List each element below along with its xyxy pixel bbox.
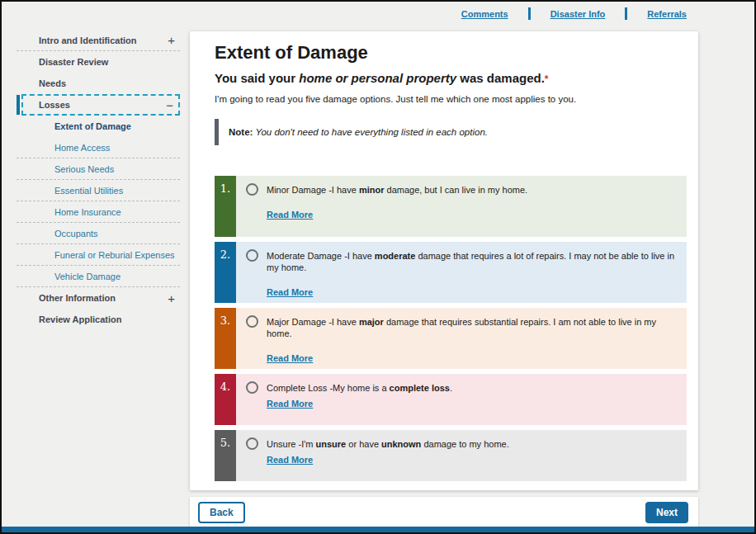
subtitle-text: was damaged. bbox=[456, 71, 545, 85]
sidebar-item-label: Other Information bbox=[39, 293, 116, 303]
sidebar-item-losses-wrap: Losses − bbox=[17, 94, 180, 116]
sidebar-item-losses[interactable]: Losses − bbox=[21, 94, 180, 116]
note-text: You don't need to have everything listed… bbox=[253, 127, 488, 137]
sidebar-subitem-label: Essential Utilities bbox=[54, 186, 123, 196]
sidebar-subitem-label: Extent of Damage bbox=[54, 121, 131, 131]
sidebar-subitem-serious-needs[interactable]: Serious Needs bbox=[17, 158, 180, 180]
main-content-card: Extent of Damage You said your home or p… bbox=[190, 31, 698, 490]
required-asterisk: * bbox=[545, 73, 549, 85]
sidebar-item-other-information[interactable]: Other Information + bbox=[17, 287, 180, 309]
option-label: Complete Loss -My home is a complete los… bbox=[267, 382, 452, 394]
option-row-moderate-damage: 2. Moderate Damage -I have moderate dama… bbox=[215, 242, 687, 303]
read-more-link[interactable]: Read More bbox=[267, 210, 313, 220]
active-section-bar bbox=[17, 95, 20, 115]
page-title: Extent of Damage bbox=[215, 41, 687, 64]
sidebar-item-review-application[interactable]: Review Application bbox=[17, 309, 180, 330]
read-more-link[interactable]: Read More bbox=[267, 455, 313, 465]
sidebar-subitem-label: Vehicle Damage bbox=[54, 272, 120, 281]
sidebar-subitem-occupants[interactable]: Occupants bbox=[17, 223, 180, 244]
radio-button-unsure[interactable] bbox=[246, 437, 258, 450]
damage-options-list: 1. Minor Damage -I have minor damage, bu… bbox=[215, 176, 687, 481]
sidebar-item-label: Losses bbox=[39, 100, 70, 110]
expand-icon[interactable]: + bbox=[168, 34, 175, 46]
sidebar-subitem-label: Serious Needs bbox=[54, 164, 114, 174]
sidebar-item-label: Disaster Review bbox=[39, 57, 108, 67]
option-content: Major Damage -I have major damage that r… bbox=[236, 308, 687, 369]
option-number-badge: 4. bbox=[215, 374, 236, 425]
option-row-complete-loss: 4. Complete Loss -My home is a complete … bbox=[215, 374, 687, 425]
option-content: Minor Damage -I have minor damage, but I… bbox=[236, 176, 687, 237]
option-number-badge: 1. bbox=[215, 176, 236, 237]
sidebar-subitem-home-access[interactable]: Home Access bbox=[17, 137, 180, 158]
radio-button-minor-damage[interactable] bbox=[246, 183, 258, 196]
note-box: Note: You don't need to have everything … bbox=[215, 119, 687, 145]
nav-link-referrals[interactable]: Referrals bbox=[647, 9, 687, 19]
note-label: Note: bbox=[229, 127, 253, 137]
option-row-unsure: 5. Unsure -I'm unsure or have unknown da… bbox=[215, 430, 687, 481]
option-number-badge: 2. bbox=[215, 242, 236, 303]
sidebar-item-needs[interactable]: Needs bbox=[17, 73, 180, 94]
option-content: Unsure -I'm unsure or have unknown damag… bbox=[236, 430, 687, 481]
nav-separator bbox=[528, 7, 531, 20]
sidebar-subitem-essential-utilities[interactable]: Essential Utilities bbox=[17, 180, 180, 201]
radio-button-complete-loss[interactable] bbox=[246, 381, 258, 394]
sidebar-nav: Intro and Identification + Disaster Revi… bbox=[17, 30, 180, 330]
read-more-link[interactable]: Read More bbox=[267, 287, 313, 297]
sidebar-subitem-label: Funeral or Reburial Expenses bbox=[54, 250, 175, 260]
option-row-major-damage: 3. Major Damage -I have major damage tha… bbox=[215, 308, 687, 369]
option-label: Major Damage -I have major damage that r… bbox=[267, 316, 675, 339]
bottom-accent-bar bbox=[2, 527, 754, 532]
sidebar-subitem-label: Home Insurance bbox=[54, 207, 121, 217]
sidebar-subitem-vehicle-damage[interactable]: Vehicle Damage bbox=[17, 266, 180, 287]
option-label: Minor Damage -I have minor damage, but I… bbox=[267, 184, 527, 196]
option-row-minor-damage: 1. Minor Damage -I have minor damage, bu… bbox=[215, 176, 687, 237]
nav-separator bbox=[625, 7, 627, 20]
next-button[interactable]: Next bbox=[645, 502, 688, 523]
radio-button-major-damage[interactable] bbox=[246, 315, 258, 328]
sidebar-item-label: Needs bbox=[39, 78, 66, 88]
sidebar-subitem-label: Occupants bbox=[54, 229, 98, 239]
option-content: Moderate Damage -I have moderate damage … bbox=[236, 242, 687, 303]
sidebar-item-disaster-review[interactable]: Disaster Review bbox=[17, 51, 180, 73]
sidebar-subitem-label: Home Access bbox=[54, 143, 110, 153]
sidebar-subitem-extent-of-damage[interactable]: Extent of Damage bbox=[17, 116, 180, 137]
sidebar-subitem-home-insurance[interactable]: Home Insurance bbox=[17, 201, 180, 223]
sidebar-item-label: Review Application bbox=[39, 314, 121, 324]
question-subtitle: You said your home or personal property … bbox=[215, 71, 687, 85]
nav-link-disaster-info[interactable]: Disaster Info bbox=[550, 9, 606, 19]
application-window: Comments Disaster Info Referrals Intro a… bbox=[0, 0, 756, 534]
expand-icon[interactable]: + bbox=[168, 292, 175, 305]
collapse-icon[interactable]: − bbox=[166, 99, 173, 111]
subtitle-text: You said your bbox=[215, 71, 299, 85]
sidebar-item-intro-and-identification[interactable]: Intro and Identification + bbox=[17, 30, 180, 51]
top-nav: Comments Disaster Info Referrals bbox=[461, 7, 687, 20]
read-more-link[interactable]: Read More bbox=[267, 399, 313, 409]
sidebar-item-label: Intro and Identification bbox=[39, 35, 137, 45]
sidebar-subitem-funeral-or-reburial-expenses[interactable]: Funeral or Reburial Expenses bbox=[17, 244, 180, 266]
option-number-badge: 5. bbox=[215, 430, 236, 481]
subtitle-italic-text: home or personal property bbox=[299, 71, 456, 85]
back-button[interactable]: Back bbox=[198, 502, 245, 523]
footer-action-bar: Back Next bbox=[190, 497, 698, 527]
radio-button-moderate-damage[interactable] bbox=[246, 249, 258, 262]
nav-link-comments[interactable]: Comments bbox=[461, 9, 508, 19]
option-label: Unsure -I'm unsure or have unknown damag… bbox=[267, 438, 509, 450]
option-number-badge: 3. bbox=[215, 308, 236, 369]
read-more-link[interactable]: Read More bbox=[267, 353, 313, 363]
intro-text: I'm going to read you five damage option… bbox=[215, 94, 687, 104]
option-label: Moderate Damage -I have moderate damage … bbox=[267, 250, 675, 273]
option-content: Complete Loss -My home is a complete los… bbox=[236, 374, 687, 425]
